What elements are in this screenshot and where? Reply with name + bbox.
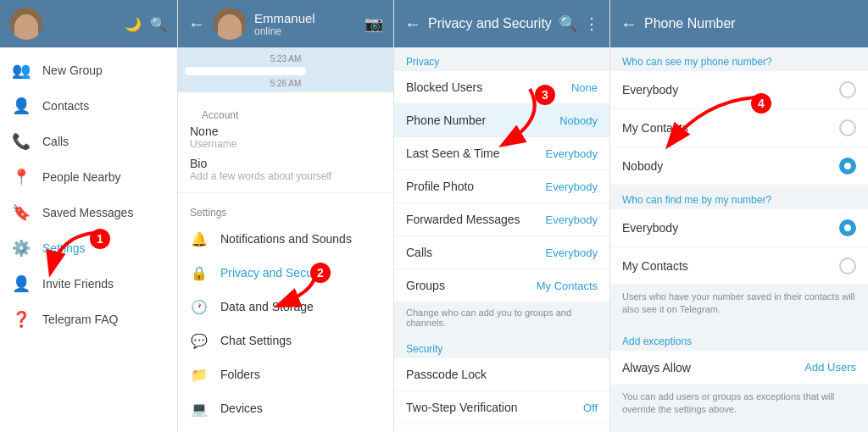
who-find-options: Everybody My Contacts bbox=[610, 209, 868, 285]
account-none-value: None bbox=[190, 125, 381, 138]
profile-image bbox=[218, 14, 242, 40]
sidebar-item-label: Telegram FAQ bbox=[42, 313, 118, 326]
notifications-icon: 🔔 bbox=[190, 230, 209, 248]
phone-header: ← Phone Number bbox=[610, 0, 868, 47]
phone-number-panel: ← Phone Number Who can see my phone numb… bbox=[610, 0, 868, 432]
privacy-header: ← Privacy and Security 🔍 ⋮ bbox=[394, 0, 609, 47]
add-users-button[interactable]: Add Users bbox=[804, 361, 856, 374]
profile-picture bbox=[214, 8, 246, 40]
settings-item-folders[interactable]: 📁 Folders bbox=[178, 357, 393, 391]
security-item-active-sessions[interactable]: Active Sessions bbox=[394, 424, 609, 432]
settings-item-data-storage[interactable]: 🕐 Data and Storage bbox=[178, 290, 393, 324]
privacy-item-label: Forwarded Messages bbox=[406, 213, 520, 226]
security-item-value: Off bbox=[583, 402, 598, 414]
radio-label: Nobody bbox=[622, 159, 663, 173]
privacy-item-groups[interactable]: Groups My Contacts bbox=[394, 269, 609, 302]
account-username-label: Username bbox=[190, 138, 381, 150]
sidebar-item-saved-messages[interactable]: 🔖 Saved Messages bbox=[0, 195, 177, 230]
privacy-item-value: Everybody bbox=[546, 246, 598, 259]
radio-item-my-contacts[interactable]: My Contacts bbox=[610, 109, 868, 147]
privacy-item-label: Blocked Users bbox=[406, 80, 482, 94]
profile-status: online bbox=[254, 25, 315, 37]
sidebar-item-label: Saved Messages bbox=[42, 206, 133, 219]
sidebar-item-label: People Nearby bbox=[42, 170, 121, 184]
sidebar-item-contacts[interactable]: 👤 Contacts bbox=[0, 88, 177, 124]
privacy-icon: 🔒 bbox=[190, 263, 209, 282]
settings-item-label: Privacy and Security bbox=[220, 266, 329, 280]
phone-back-icon[interactable]: ← bbox=[620, 14, 637, 34]
sidebar-item-settings[interactable]: ⚙️ Settings bbox=[0, 230, 177, 266]
privacy-item-blocked-users[interactable]: Blocked Users None bbox=[394, 71, 609, 104]
sidebar-item-people-nearby[interactable]: 📍 People Nearby bbox=[0, 159, 177, 195]
radio-circle-everybody[interactable] bbox=[839, 81, 856, 98]
radio-item-everybody[interactable]: Everybody bbox=[610, 71, 868, 109]
sidebar-item-label: Calls bbox=[42, 135, 69, 148]
security-item-two-step[interactable]: Two-Step Verification Off bbox=[394, 391, 609, 424]
bio-hint: Add a few words about yourself bbox=[190, 170, 381, 182]
privacy-item-value: My Contacts bbox=[537, 280, 598, 292]
settings-item-notifications[interactable]: 🔔 Notifications and Sounds bbox=[178, 222, 393, 256]
radio-circle-my-contacts-find[interactable] bbox=[839, 258, 856, 274]
radio-label: Everybody bbox=[622, 83, 678, 97]
privacy-item-profile-photo[interactable]: Profile Photo Everybody bbox=[394, 170, 609, 203]
devices-icon: 💻 bbox=[190, 399, 209, 418]
privacy-items-list: Blocked Users None Phone Number Nobody L… bbox=[394, 71, 609, 302]
radio-item-everybody-find[interactable]: Everybody bbox=[610, 209, 868, 247]
always-allow-row: Always Allow Add Users bbox=[610, 351, 868, 385]
groups-note: Change who can add you to groups and cha… bbox=[394, 302, 609, 335]
sidebar-item-calls[interactable]: 📞 Calls bbox=[0, 124, 177, 159]
privacy-panel-title: Privacy and Security bbox=[428, 16, 552, 31]
radio-item-nobody[interactable]: Nobody bbox=[610, 147, 868, 186]
avatar-image bbox=[14, 14, 38, 40]
privacy-item-last-seen[interactable]: Last Seen & Time Everybody bbox=[394, 137, 609, 170]
privacy-section-header: Privacy bbox=[394, 47, 609, 71]
saved-messages-icon: 🔖 bbox=[12, 203, 31, 222]
privacy-item-phone-number[interactable]: Phone Number Nobody bbox=[394, 104, 609, 137]
radio-circle-my-contacts[interactable] bbox=[839, 119, 856, 136]
sidebar-item-new-group[interactable]: 👥 New Group bbox=[0, 53, 177, 88]
security-item-label: Two-Step Verification bbox=[406, 401, 518, 414]
settings-item-devices[interactable]: 💻 Devices bbox=[178, 391, 393, 425]
privacy-item-value: Nobody bbox=[559, 114, 598, 127]
settings-item-label: Data and Storage bbox=[220, 300, 314, 313]
security-item-passcode[interactable]: Passcode Lock bbox=[394, 358, 609, 391]
privacy-back-icon[interactable]: ← bbox=[404, 14, 421, 34]
security-item-label: Passcode Lock bbox=[406, 368, 487, 381]
settings-item-privacy[interactable]: 🔒 Privacy and Security bbox=[178, 256, 393, 290]
sidebar-item-telegram-faq[interactable]: ❓ Telegram FAQ bbox=[0, 302, 177, 337]
camera-icon[interactable]: 📷 bbox=[364, 14, 383, 33]
settings-section-label: Settings bbox=[178, 200, 393, 222]
privacy-item-value: Everybody bbox=[546, 147, 598, 160]
sidebar-item-label: Settings bbox=[42, 241, 86, 255]
privacy-search-icon[interactable]: 🔍 bbox=[559, 14, 577, 33]
who-see-options: Everybody My Contacts Nobody bbox=[610, 71, 868, 186]
privacy-item-label: Last Seen & Time bbox=[406, 147, 500, 160]
settings-item-label: Chat Settings bbox=[220, 334, 292, 347]
radio-label: Everybody bbox=[622, 221, 678, 235]
radio-circle-everybody-find[interactable] bbox=[839, 219, 856, 236]
privacy-item-value: None bbox=[571, 81, 598, 94]
settings-items-section: Settings 🔔 Notifications and Sounds 🔒 Pr… bbox=[178, 193, 393, 432]
sidebar-item-invite-friends[interactable]: 👤 Invite Friends bbox=[0, 266, 177, 302]
privacy-item-value: Everybody bbox=[546, 180, 598, 193]
security-section-header: Security bbox=[394, 335, 609, 358]
security-items-list: Passcode Lock Two-Step Verification Off … bbox=[394, 358, 609, 432]
calls-icon: 📞 bbox=[12, 132, 31, 151]
privacy-item-label: Phone Number bbox=[406, 114, 486, 127]
privacy-item-forwarded-messages[interactable]: Forwarded Messages Everybody bbox=[394, 203, 609, 236]
search-icon[interactable]: 🔍 bbox=[150, 16, 167, 32]
radio-circle-nobody[interactable] bbox=[839, 158, 856, 174]
exceptions-note: You can add users or groups as exception… bbox=[610, 385, 868, 424]
data-storage-icon: 🕐 bbox=[190, 297, 209, 316]
new-group-icon: 👥 bbox=[12, 61, 31, 80]
sidebar-nav: 👥 New Group 👤 Contacts 📞 Calls 📍 People … bbox=[0, 47, 177, 432]
people-nearby-icon: 📍 bbox=[12, 168, 31, 186]
settings-item-chat-settings[interactable]: 💬 Chat Settings bbox=[178, 324, 393, 357]
message-bubble bbox=[185, 67, 306, 75]
privacy-more-icon[interactable]: ⋮ bbox=[584, 14, 599, 33]
moon-icon[interactable]: 🌙 bbox=[125, 16, 142, 32]
privacy-item-calls[interactable]: Calls Everybody bbox=[394, 236, 609, 269]
back-icon[interactable]: ← bbox=[188, 14, 205, 34]
radio-item-my-contacts-find[interactable]: My Contacts bbox=[610, 247, 868, 285]
faq-icon: ❓ bbox=[12, 310, 31, 329]
